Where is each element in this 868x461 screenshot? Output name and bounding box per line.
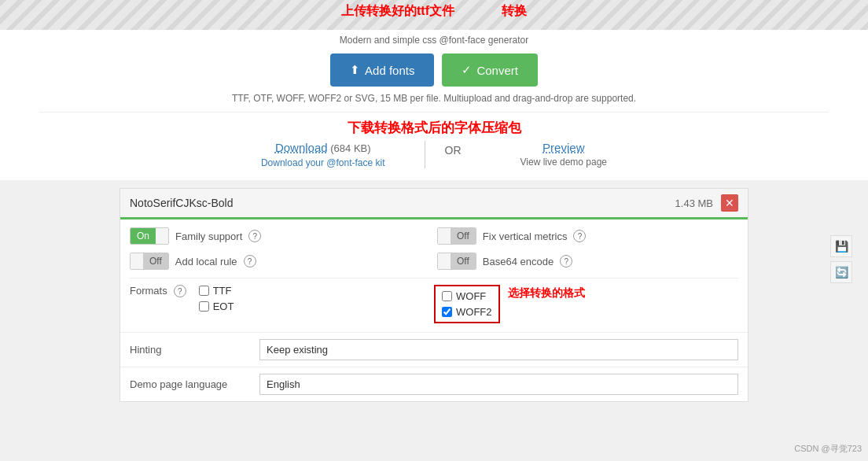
- options-row2: Off Add local rule ? Off Base64 encode ?: [130, 253, 738, 273]
- upload-info-area: TTF, OTF, WOFF, WOFF2 or SVG, 15 MB per …: [0, 93, 868, 112]
- formats-label: Formats: [130, 285, 167, 297]
- demo-lang-select[interactable]: English Chinese Japanese Korean: [259, 374, 738, 395]
- toggle-on2[interactable]: [438, 228, 451, 244]
- base64-toggle-on[interactable]: [438, 253, 451, 269]
- add-fonts-button[interactable]: ⬆ Add fonts: [330, 53, 434, 87]
- close-icon: ✕: [725, 197, 734, 209]
- add-local-rule-toggle[interactable]: Off: [130, 253, 169, 270]
- base64-encode-row: Off Base64 encode ?: [437, 253, 738, 270]
- base64-label: Base64 encode: [483, 256, 554, 267]
- download-link-row: Download (684 KB): [261, 141, 385, 154]
- ttf-checkbox[interactable]: [199, 286, 209, 296]
- fix-vertical-label: Fix vertical metrics: [483, 230, 568, 242]
- side-icons-area: 💾 🔄: [830, 235, 852, 283]
- family-support-row: On Family support ?: [130, 227, 431, 245]
- subtitle-area: Modern and simple css @font-face generat…: [0, 30, 868, 49]
- family-support-toggle[interactable]: On: [130, 227, 169, 245]
- convert-label: Convert: [476, 64, 518, 77]
- toggle-off2[interactable]: Off: [451, 228, 476, 244]
- demo-lang-section: Demo page language English Chinese Japan…: [120, 367, 748, 401]
- toggle-off-part[interactable]: [156, 228, 168, 244]
- preview-sub-text: View live demo page: [520, 157, 608, 168]
- formats-left: Formats ? TTF EOT: [130, 285, 434, 323]
- formats-help-icon[interactable]: ?: [174, 285, 186, 297]
- hinting-select[interactable]: Keep existing Keep all hints Strip all h…: [259, 339, 738, 360]
- upload-info-text: TTF, OTF, WOFF, WOFF2 or SVG, 15 MB per …: [232, 93, 636, 104]
- woff-checkbox[interactable]: [442, 291, 452, 301]
- annotation-convert: 转换: [502, 3, 527, 20]
- csdn-text: CSDN @寻觉723: [794, 444, 862, 453]
- options-row1: On Family support ? Off Fix vertical met…: [130, 227, 738, 248]
- font-header: NotoSerifCJKsc-Bold 1.43 MB ✕: [120, 189, 748, 219]
- save-icon-button[interactable]: 💾: [830, 235, 852, 257]
- woff-highlight-box: WOFF WOFF2: [434, 285, 500, 323]
- font-size-badge: 1.43 MB: [675, 197, 713, 209]
- local-toggle-off[interactable]: Off: [143, 253, 168, 269]
- woff2-row: WOFF2: [442, 306, 492, 318]
- subtitle-text: Modern and simple css @font-face generat…: [340, 35, 528, 46]
- ttf-row: TTF: [199, 285, 234, 297]
- add-local-rule-help-icon[interactable]: ?: [244, 255, 256, 267]
- ttf-eot-checkboxes: TTF EOT: [199, 285, 234, 312]
- download-row: Download (684 KB) Download your @font-fa…: [0, 141, 868, 180]
- font-name: NotoSerifCJKsc-Bold: [130, 197, 234, 209]
- font-card: NotoSerifCJKsc-Bold 1.43 MB ✕ On: [120, 188, 748, 402]
- add-local-rule-label: Add local rule: [175, 256, 237, 267]
- or-text: OR: [445, 144, 462, 157]
- woff-label: WOFF: [456, 290, 486, 302]
- eot-label: EOT: [213, 301, 234, 312]
- button-row: ⬆ Add fonts ✓ Convert: [0, 49, 868, 93]
- formats-annotation-text: 选择转换的格式: [508, 285, 585, 301]
- download-annotation-text: 下载转换格式后的字体压缩包: [348, 120, 521, 135]
- hinting-label: Hinting: [130, 344, 248, 356]
- refresh-icon-button[interactable]: 🔄: [830, 261, 852, 283]
- fix-vertical-toggle[interactable]: Off: [437, 227, 476, 245]
- woff-row: WOFF: [442, 290, 492, 302]
- demo-lang-label: Demo page language: [130, 378, 248, 390]
- upload-icon: ⬆: [350, 63, 360, 77]
- add-local-rule-row: Off Add local rule ?: [130, 253, 431, 270]
- fix-vertical-help-icon[interactable]: ?: [573, 230, 586, 242]
- eot-row: EOT: [199, 301, 234, 312]
- ttf-label: TTF: [213, 285, 232, 297]
- formats-row: Formats ? TTF EOT: [130, 278, 738, 323]
- eot-checkbox[interactable]: [199, 301, 209, 312]
- top-pattern: 上传转换好的ttf文件 转换: [0, 0, 868, 30]
- download-annotation-area: 下载转换格式后的字体压缩包: [0, 112, 868, 141]
- family-support-help-icon[interactable]: ?: [248, 230, 261, 242]
- preview-right: Preview View live demo page: [481, 141, 647, 168]
- page-wrapper: 上传转换好的ttf文件 转换 Modern and simple css @fo…: [0, 0, 868, 461]
- download-left: Download (684 KB) Download your @font-fa…: [222, 141, 425, 168]
- annotation-upload: 上传转换好的ttf文件: [341, 3, 454, 20]
- main-area: Modern and simple css @font-face generat…: [0, 30, 868, 180]
- add-fonts-label: Add fonts: [365, 64, 414, 77]
- font-settings-area: NotoSerifCJKsc-Bold 1.43 MB ✕ On: [0, 180, 868, 410]
- local-toggle-on[interactable]: [131, 253, 143, 269]
- download-link[interactable]: Download: [275, 141, 328, 154]
- font-close-button[interactable]: ✕: [721, 194, 738, 212]
- download-size: (684 KB): [330, 142, 370, 154]
- woff2-label: WOFF2: [456, 306, 492, 318]
- woff2-checkbox[interactable]: [442, 307, 452, 317]
- refresh-icon: 🔄: [835, 266, 848, 278]
- save-icon: 💾: [835, 240, 848, 253]
- base64-toggle[interactable]: Off: [437, 253, 476, 270]
- download-sub-text: Download your @font-face kit: [261, 157, 385, 168]
- base64-help-icon[interactable]: ?: [560, 255, 572, 267]
- base64-toggle-off[interactable]: Off: [451, 253, 476, 269]
- hinting-section: Hinting Keep existing Keep all hints Str…: [120, 332, 748, 367]
- preview-link[interactable]: Preview: [542, 141, 584, 154]
- check-icon: ✓: [462, 63, 472, 77]
- family-support-label: Family support: [175, 230, 242, 242]
- convert-button[interactable]: ✓ Convert: [442, 53, 538, 87]
- font-options-area: On Family support ? Off Fix vertical met…: [120, 219, 748, 332]
- formats-right: WOFF WOFF2 选择转换的格式: [434, 285, 738, 323]
- toggle-on-part[interactable]: On: [131, 228, 156, 244]
- or-divider: OR: [425, 141, 481, 157]
- csdn-watermark: CSDN @寻觉723: [794, 443, 862, 455]
- fix-vertical-row: Off Fix vertical metrics ?: [437, 227, 738, 245]
